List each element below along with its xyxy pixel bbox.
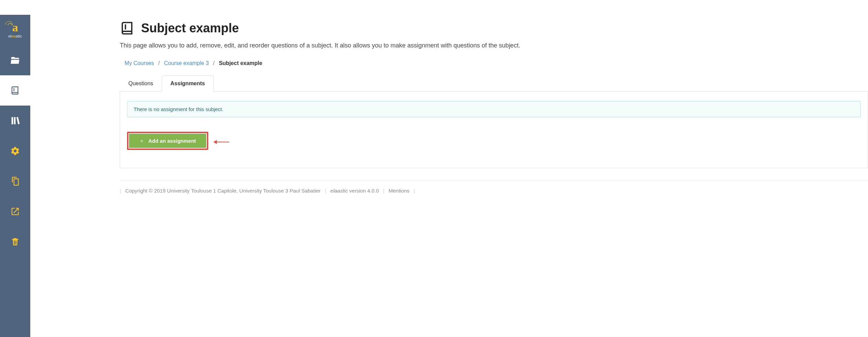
nav-settings[interactable] bbox=[0, 136, 30, 166]
add-assignment-button[interactable]: Add an assignment bbox=[129, 134, 206, 148]
nav-assignments[interactable] bbox=[0, 106, 30, 136]
tabs: Questions Assignments There is no assign… bbox=[120, 75, 868, 168]
tab-assignments[interactable]: Assignments bbox=[162, 75, 213, 91]
books-icon bbox=[10, 116, 20, 126]
external-link-icon bbox=[10, 207, 20, 216]
main-content: Subject example This page allows you to … bbox=[30, 0, 868, 337]
tab-questions[interactable]: Questions bbox=[120, 75, 162, 91]
brand-glyph: a bbox=[12, 22, 18, 33]
gear-icon bbox=[10, 146, 20, 156]
nav-share[interactable] bbox=[0, 196, 30, 227]
add-assignment-wrap: Add an assignment bbox=[127, 132, 861, 150]
breadcrumb-link-my-courses[interactable]: My Courses bbox=[125, 60, 154, 66]
page-title: Subject example bbox=[141, 21, 239, 35]
sidebar: a elaastic bbox=[0, 15, 30, 337]
annotation-highlight: Add an assignment bbox=[127, 132, 208, 150]
nav-copy[interactable] bbox=[0, 166, 30, 196]
trash-icon bbox=[10, 237, 20, 247]
breadcrumb-link-course[interactable]: Course example 3 bbox=[164, 60, 209, 66]
book-icon bbox=[10, 86, 20, 95]
footer-copyright: Copyright © 2019 University Toulouse 1 C… bbox=[125, 188, 320, 194]
page-subtitle: This page allows you to add, remove, edi… bbox=[120, 42, 868, 49]
brand-name: elaastic bbox=[8, 34, 22, 38]
footer: | Copyright © 2019 University Toulouse 1… bbox=[120, 181, 868, 200]
annotation-arrow bbox=[213, 139, 229, 145]
copy-icon bbox=[10, 176, 20, 186]
brand-logo[interactable]: a elaastic bbox=[0, 15, 30, 45]
plus-icon bbox=[139, 139, 144, 143]
subject-icon bbox=[120, 21, 135, 36]
nav-delete[interactable] bbox=[0, 227, 30, 257]
add-assignment-label: Add an assignment bbox=[148, 138, 196, 144]
tabs-bar: Questions Assignments bbox=[120, 75, 868, 91]
footer-version: elaastic version 4.0.0 bbox=[330, 188, 380, 194]
breadcrumb-sep: / bbox=[213, 60, 214, 66]
empty-assignments-message: There is no assignment for this subject. bbox=[127, 101, 861, 117]
nav-courses[interactable] bbox=[0, 45, 30, 75]
nav-subject[interactable] bbox=[0, 75, 30, 106]
breadcrumb: My Courses / Course example 3 / Subject … bbox=[125, 60, 868, 66]
breadcrumb-sep: / bbox=[158, 60, 160, 66]
tab-panel-assignments: There is no assignment for this subject.… bbox=[120, 91, 868, 168]
footer-mentions-link[interactable]: Mentions bbox=[389, 188, 410, 194]
breadcrumb-current: Subject example bbox=[219, 60, 262, 66]
page-header: Subject example bbox=[120, 21, 868, 36]
folder-open-icon bbox=[10, 55, 20, 65]
